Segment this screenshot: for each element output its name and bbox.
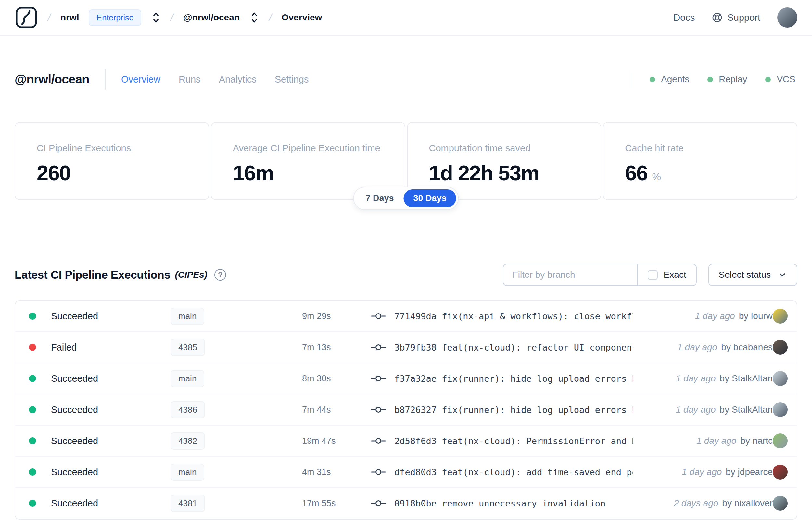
- commit-message: b8726327 fix(runner): hide log upload er…: [394, 405, 633, 415]
- git-commit-icon: [371, 405, 386, 414]
- tab-analytics[interactable]: Analytics: [219, 74, 257, 85]
- breadcrumb-org[interactable]: nrwl: [60, 12, 79, 23]
- stats-section: CI Pipeline Executions 260 Average CI Pi…: [15, 122, 797, 200]
- table-row[interactable]: Succeeded 4386 7m 44s b8726327 fix(runne…: [15, 394, 797, 425]
- status-dot: [29, 344, 36, 351]
- status-label: Succeeded: [51, 311, 98, 321]
- help-icon[interactable]: ?: [214, 269, 226, 281]
- breadcrumb-separator: /: [267, 12, 273, 24]
- branch-badge: 4386: [170, 401, 205, 418]
- duration-label: 9m 29s: [302, 311, 371, 321]
- commit-message: dfed80d3 feat(nx-cloud): add time-saved …: [394, 467, 633, 477]
- chevron-down-icon: [778, 270, 787, 280]
- feature-replay: Replay: [707, 74, 747, 85]
- table-row[interactable]: Succeeded main 9m 29s 771499da fix(nx-ap…: [15, 301, 797, 332]
- branch-badge: main: [170, 464, 204, 481]
- feature-agents: Agents: [649, 74, 689, 85]
- divider: [631, 70, 631, 88]
- status-dot: [29, 313, 36, 320]
- breadcrumb-separator: /: [169, 12, 175, 24]
- author-label: by bcabanes: [721, 342, 773, 352]
- avatar: [773, 309, 788, 324]
- commit-message: 2d58f6d3 feat(nx-cloud): PermissionError…: [394, 436, 633, 446]
- commit-message: 771499da fix(nx-api & workflows): close …: [394, 311, 633, 321]
- time-ago-label: 1 day ago: [695, 311, 735, 321]
- exact-checkbox[interactable]: [648, 270, 658, 280]
- duration-label: 8m 30s: [302, 374, 371, 384]
- commit-message: 3b79fb38 feat(nx-cloud): refactor UI com…: [394, 342, 633, 352]
- avatar: [773, 496, 788, 511]
- branch-filter-input[interactable]: [503, 265, 637, 285]
- table-row[interactable]: Succeeded 4382 19m 47s 2d58f6d3 feat(nx-…: [15, 425, 797, 457]
- avatar[interactable]: [777, 7, 797, 28]
- workspace-tabs: Overview Runs Analytics Settings: [121, 74, 309, 85]
- status-label: Succeeded: [51, 467, 98, 478]
- avatar: [773, 371, 788, 386]
- tab-overview[interactable]: Overview: [121, 74, 160, 85]
- breadcrumb-separator: /: [46, 12, 52, 24]
- status-dot: [765, 77, 771, 82]
- docs-link[interactable]: Docs: [673, 12, 695, 23]
- author-label: by nixallover: [722, 498, 773, 508]
- status-label: Failed: [51, 342, 77, 353]
- author-label: by lourw: [739, 311, 773, 321]
- cipe-table: Succeeded main 9m 29s 771499da fix(nx-ap…: [15, 300, 797, 520]
- avatar: [773, 340, 788, 355]
- duration-label: 7m 44s: [302, 405, 371, 415]
- breadcrumb-workspace[interactable]: @nrwl/ocean: [183, 12, 240, 23]
- duration-label: 19m 47s: [302, 436, 371, 446]
- range-30-days-button[interactable]: 30 Days: [403, 190, 456, 207]
- tab-runs[interactable]: Runs: [179, 74, 201, 85]
- status-dot: [29, 406, 36, 413]
- commit-message: f37a32ae fix(runner): hide log upload er…: [394, 374, 633, 384]
- date-range-toggle: 7 Days 30 Days: [353, 187, 459, 210]
- status-label: Succeeded: [51, 404, 98, 415]
- nx-cloud-logo-icon[interactable]: [15, 6, 38, 29]
- lifebuoy-icon: [711, 12, 723, 23]
- status-dot: [707, 77, 713, 82]
- status-label: Succeeded: [51, 436, 98, 446]
- author-label: by nartc: [740, 436, 773, 446]
- branch-badge: main: [170, 308, 204, 325]
- org-switcher-icon[interactable]: [151, 11, 161, 24]
- stat-card-cipe-count: CI Pipeline Executions 260: [15, 122, 209, 200]
- exact-label: Exact: [663, 270, 686, 280]
- range-7-days-button[interactable]: 7 Days: [356, 190, 403, 207]
- enterprise-badge: Enterprise: [89, 10, 141, 26]
- table-row[interactable]: Succeeded main 4m 31s dfed80d3 feat(nx-c…: [15, 457, 797, 488]
- tab-settings[interactable]: Settings: [275, 74, 309, 85]
- git-commit-icon: [371, 436, 386, 446]
- select-status-dropdown[interactable]: Select status: [708, 264, 797, 286]
- page-title: @nrwl/ocean: [15, 73, 89, 86]
- filter-controls: Exact Select status: [503, 264, 797, 286]
- divider: [105, 69, 106, 90]
- time-ago-label: 1 day ago: [682, 467, 722, 477]
- author-label: by StalkAltan: [720, 373, 773, 384]
- branch-badge: main: [170, 370, 204, 387]
- table-row[interactable]: Succeeded main 8m 30s f37a32ae fix(runne…: [15, 363, 797, 394]
- table-row[interactable]: Succeeded 4381 17m 55s 0918b0be remove u…: [15, 488, 797, 519]
- support-link[interactable]: Support: [711, 12, 760, 23]
- workspace-switcher-icon[interactable]: [249, 11, 259, 24]
- time-ago-label: 2 days ago: [674, 498, 718, 508]
- page-header: @nrwl/ocean Overview Runs Analytics Sett…: [0, 68, 812, 91]
- status-dot: [649, 77, 655, 82]
- duration-label: 4m 31s: [302, 467, 371, 477]
- time-ago-label: 1 day ago: [696, 436, 736, 446]
- status-label: Succeeded: [51, 498, 98, 509]
- status-dot: [29, 468, 36, 476]
- status-dot: [29, 500, 36, 507]
- breadcrumb-page: Overview: [281, 12, 322, 23]
- table-row[interactable]: Failed 4385 7m 13s 3b79fb38 feat(nx-clou…: [15, 332, 797, 363]
- avatar: [773, 402, 788, 417]
- top-nav: / nrwl Enterprise / @nrwl/ocean / Overvi…: [0, 0, 812, 36]
- git-commit-icon: [371, 467, 386, 477]
- branch-badge: 4385: [170, 339, 205, 356]
- author-label: by jdpearce: [725, 467, 773, 477]
- git-commit-icon: [371, 374, 386, 383]
- section-title: Latest CI Pipeline Executions: [15, 268, 170, 281]
- stat-card-cache-hit-rate: Cache hit rate 66%: [603, 122, 797, 200]
- feature-vcs: VCS: [765, 74, 795, 85]
- cipe-section-header: Latest CI Pipeline Executions (CIPEs) ? …: [15, 264, 797, 286]
- status-label: Succeeded: [51, 373, 98, 384]
